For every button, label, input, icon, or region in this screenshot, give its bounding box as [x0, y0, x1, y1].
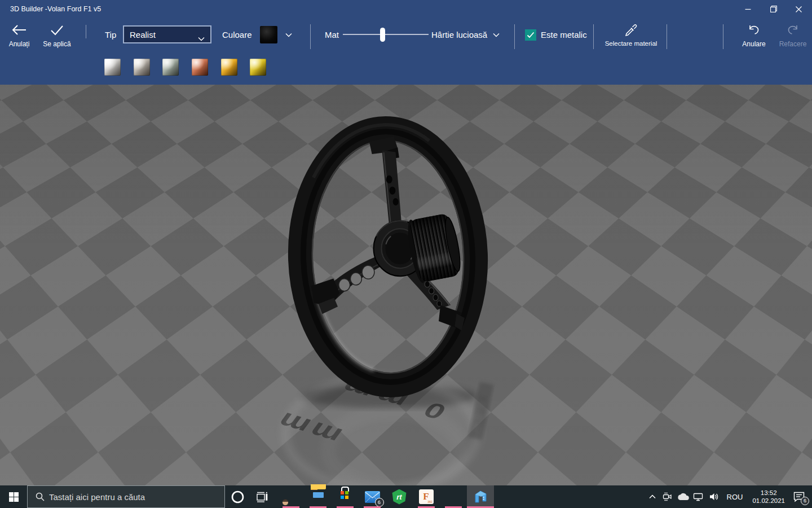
chevron-up-icon	[649, 494, 656, 499]
action-center-button[interactable]: 6	[789, 485, 812, 508]
viewport-3d-canvas[interactable]: 0 mm mm	[0, 85, 812, 485]
toolbar-separator	[723, 24, 723, 49]
gloss-label: Hârtie lucioasă	[431, 26, 487, 43]
selectare-material-label: Selectare material	[601, 40, 661, 47]
search-icon	[36, 492, 45, 501]
material-swatch-steel-green[interactable]	[162, 59, 179, 76]
network-monitor-icon	[693, 492, 703, 501]
screen: 3D Builder -Volan Ford F1 v5 Anulați	[0, 0, 812, 508]
taskbar-search[interactable]	[27, 485, 225, 508]
tip-select[interactable]: Realist	[123, 25, 211, 43]
toolbar-separator	[310, 24, 311, 49]
clock-date: 01.02.2021	[752, 497, 785, 505]
system-tray: ROU 13:52 01.02.2021 6	[645, 485, 812, 508]
tray-show-hidden-button[interactable]	[645, 485, 660, 508]
material-swatch-brass[interactable]	[250, 59, 266, 76]
mat-label: Mat	[325, 26, 339, 43]
taskbar-app-edge[interactable]	[277, 485, 304, 508]
selectare-material-button[interactable]: Selectare material	[601, 24, 661, 53]
este-metalic-label: Este metalic	[541, 26, 587, 43]
material-swatch-silver-white[interactable]	[104, 59, 121, 76]
taskbar-app-mail[interactable]: 6	[359, 485, 386, 508]
tip-label: Tip	[105, 26, 116, 43]
check-icon	[527, 32, 535, 38]
material-swatch-copper[interactable]	[192, 59, 208, 76]
anulare-button[interactable]: Anulare	[739, 24, 769, 53]
language-label: ROU	[727, 493, 743, 501]
tray-meet-now-button[interactable]	[660, 485, 675, 508]
tray-network-button[interactable]	[691, 485, 706, 508]
redo-icon	[777, 24, 809, 38]
eyedropper-icon	[601, 24, 661, 38]
anulare-label: Anulare	[739, 40, 769, 48]
gloss-slider[interactable]	[343, 26, 429, 43]
task-view-button[interactable]	[249, 485, 274, 508]
gloss-slider-thumb[interactable]	[380, 28, 385, 42]
este-metalic-checkbox[interactable]	[525, 29, 536, 41]
tip-select-value: Realist	[130, 30, 156, 40]
anulati-button[interactable]: Anulați	[3, 24, 35, 53]
toolbar-separator	[514, 24, 515, 49]
culoare-label: Culoare	[222, 26, 252, 43]
3d-builder-icon	[473, 489, 488, 504]
cortana-button[interactable]	[225, 485, 250, 508]
taskbar-apps: 6 rt F 360	[277, 485, 494, 508]
toolbar-separator	[593, 24, 594, 49]
taskbar: 6 rt F 360	[0, 485, 812, 508]
undo-icon	[739, 24, 769, 38]
search-input[interactable]	[45, 492, 224, 502]
clock-time: 13:52	[752, 489, 785, 497]
onedrive-cloud-icon	[677, 493, 689, 501]
restore-icon	[770, 6, 777, 12]
se-aplica-button[interactable]: Se aplică	[38, 24, 76, 53]
windows-logo-icon	[9, 492, 19, 502]
tray-onedrive-button[interactable]	[675, 485, 691, 508]
se-aplica-label: Se aplică	[38, 40, 76, 48]
chevron-down-icon	[198, 33, 205, 43]
taskbar-app-rt[interactable]: rt	[386, 485, 413, 508]
material-swatch-gold[interactable]	[221, 59, 237, 76]
taskbar-app-3d-builder[interactable]	[467, 485, 494, 508]
color-dropdown-button[interactable]	[281, 26, 297, 43]
meet-now-camera-icon	[662, 492, 672, 501]
minimize-button[interactable]	[735, 0, 761, 18]
check-icon	[38, 24, 76, 38]
start-button[interactable]	[0, 485, 27, 508]
titlebar[interactable]: 3D Builder -Volan Ford F1 v5	[0, 0, 812, 18]
taskbar-app-microsoft-store[interactable]	[332, 485, 359, 508]
volume-speaker-icon	[709, 492, 719, 501]
checkerboard-floor	[0, 85, 812, 285]
gloss-dropdown-button[interactable]	[488, 26, 504, 43]
toolbar-separator	[86, 25, 86, 38]
chevron-down-icon	[493, 33, 500, 37]
taskbar-app-fusion-360[interactable]: F 360	[413, 485, 440, 508]
edge-profile-avatar	[282, 499, 289, 506]
window-title: 3D Builder -Volan Ford F1 v5	[10, 5, 101, 13]
taskbar-app-chrome[interactable]	[440, 485, 467, 508]
restore-button[interactable]	[761, 0, 786, 18]
refacere-label: Refacere	[777, 40, 809, 48]
gloss-slider-track[interactable]	[343, 34, 429, 35]
taskbar-app-file-explorer[interactable]	[304, 485, 332, 508]
rt-icon: rt	[392, 489, 407, 505]
chevron-down-icon	[285, 33, 292, 37]
material-swatch-silver[interactable]	[134, 59, 150, 76]
app-chrome: 3D Builder -Volan Ford F1 v5 Anulați	[0, 0, 812, 85]
tray-clock-button[interactable]: 13:52 01.02.2021	[748, 485, 789, 508]
toolbar-separator	[667, 24, 667, 49]
arrow-left-icon	[3, 24, 35, 38]
mail-unread-badge: 6	[375, 498, 384, 507]
tray-volume-button[interactable]	[706, 485, 722, 508]
cortana-icon	[231, 491, 244, 503]
tray-language-button[interactable]: ROU	[722, 485, 748, 508]
close-icon	[796, 6, 802, 12]
task-view-icon	[256, 492, 268, 502]
color-current-swatch[interactable]	[260, 26, 277, 43]
fusion-360-icon: F 360	[419, 489, 434, 504]
notification-count-badge: 6	[801, 497, 809, 505]
anulati-label: Anulați	[3, 40, 35, 48]
minimize-icon	[745, 6, 751, 12]
refacere-button[interactable]: Refacere	[777, 24, 809, 53]
close-button[interactable]	[786, 0, 811, 18]
